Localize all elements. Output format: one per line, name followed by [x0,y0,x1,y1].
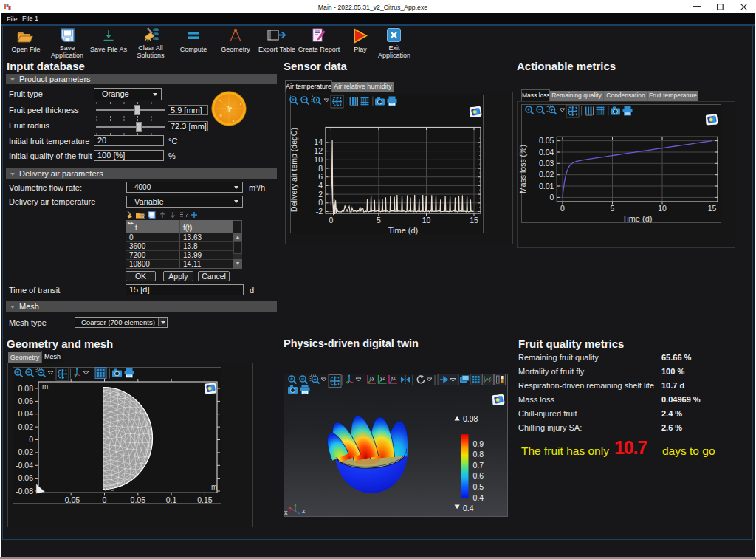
svg-text:-0.04: -0.04 [16,461,33,470]
svg-text:5: 5 [377,216,381,224]
svg-text:0.01: 0.01 [539,182,554,191]
svg-text:Time (d): Time (d) [622,214,653,223]
svg-text:0.04: 0.04 [539,148,554,157]
svg-text:-2: -2 [316,207,323,216]
svg-text:-0.06: -0.06 [16,473,33,482]
svg-text:15: 15 [708,204,717,213]
svg-text:0.1: 0.1 [166,495,177,504]
svg-text:Delivery air temp (degC): Delivery air temp (degC) [289,128,298,212]
svg-text:x: x [284,509,288,516]
svg-text:10: 10 [422,216,431,224]
svg-text:12: 12 [314,146,323,155]
svg-text:0.08: 0.08 [18,384,34,393]
svg-text:15: 15 [470,216,478,224]
svg-text:0.05: 0.05 [539,136,554,145]
svg-text:0.9: 0.9 [473,439,484,448]
svg-text:xz: xz [391,375,396,380]
svg-text:Mass loss (%): Mass loss (%) [518,145,527,193]
svg-text:0.4: 0.4 [463,504,474,512]
svg-text:8: 8 [318,164,323,173]
svg-text:0: 0 [318,198,323,207]
svg-text:z: z [302,507,306,515]
svg-text:Time (d): Time (d) [388,226,419,235]
svg-text:10: 10 [314,155,323,164]
svg-text:0.02: 0.02 [18,422,34,431]
svg-text:2: 2 [318,190,323,199]
svg-text:-0.05: -0.05 [62,495,80,504]
svg-text:0.6: 0.6 [473,471,484,480]
svg-text:0.06: 0.06 [18,397,34,405]
svg-text:0: 0 [550,193,554,202]
svg-text:0.8: 0.8 [473,450,484,459]
svg-text:0.4: 0.4 [473,493,484,502]
svg-text:10: 10 [658,204,667,213]
svg-text:4: 4 [318,181,323,190]
svg-text:6: 6 [318,172,323,181]
svg-text:0: 0 [329,216,333,224]
svg-text:0.03: 0.03 [539,159,554,168]
svg-text:0.04: 0.04 [18,409,34,418]
svg-text:14: 14 [314,137,323,146]
svg-text:0: 0 [560,204,565,213]
svg-text:yz: yz [380,375,385,381]
svg-text:0.98: 0.98 [463,414,478,423]
svg-text:0.7: 0.7 [473,461,484,470]
svg-text:-0.02: -0.02 [16,447,33,456]
svg-text:xy: xy [370,375,375,381]
svg-text:-0.08: -0.08 [16,487,33,495]
svg-text:5: 5 [611,204,615,213]
svg-text:0.15: 0.15 [197,495,213,504]
svg-text:0.5: 0.5 [473,482,484,491]
svg-text:0: 0 [103,495,107,504]
svg-text:m: m [42,383,48,391]
svg-text:m: m [211,483,217,491]
svg-text:0: 0 [29,435,33,444]
svg-text:0.02: 0.02 [539,170,554,179]
svg-text:0.05: 0.05 [131,495,146,504]
svg-text:r=0: r=0 [105,485,114,493]
